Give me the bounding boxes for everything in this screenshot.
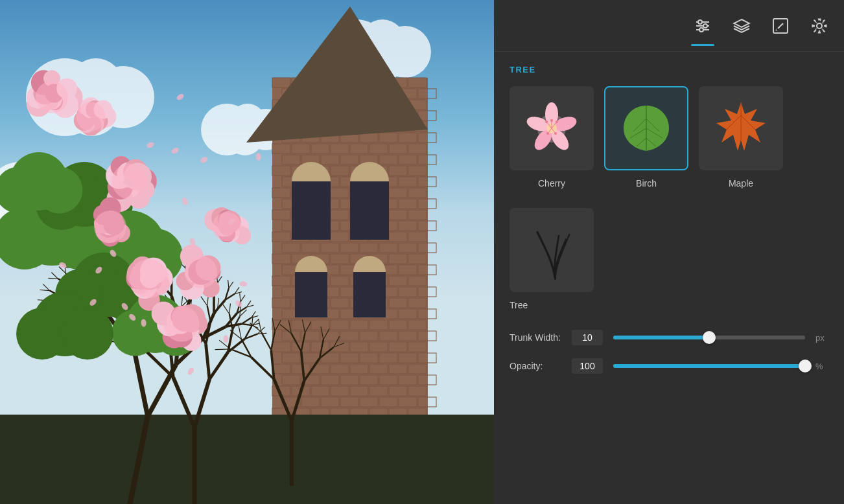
opacity-slider[interactable] — [613, 364, 805, 368]
trunk-width-row: Trunk Width: px — [510, 330, 828, 345]
svg-point-22 — [545, 120, 548, 123]
opacity-thumb[interactable] — [799, 360, 812, 372]
opacity-row: Opacity: % — [510, 358, 828, 374]
tree-type-grid: Cherry — [510, 86, 828, 189]
svg-point-4 — [703, 24, 707, 28]
svg-text:+: + — [775, 27, 778, 33]
svg-point-26 — [546, 132, 549, 135]
svg-rect-39 — [516, 214, 587, 286]
brush-label: Tree — [510, 300, 528, 310]
trunk-width-thumb[interactable] — [703, 331, 716, 344]
maple-card[interactable] — [699, 86, 783, 170]
tree-type-cherry[interactable]: Cherry — [510, 86, 594, 189]
svg-point-24 — [556, 120, 558, 123]
brush-preview-card — [510, 208, 594, 292]
svg-point-3 — [698, 20, 702, 24]
trunk-width-value[interactable] — [572, 330, 603, 345]
cherry-card[interactable] — [510, 86, 594, 170]
maple-label: Maple — [729, 178, 753, 189]
tree-type-birch[interactable]: Birch — [604, 86, 688, 189]
section-title: TREE — [510, 65, 828, 74]
trunk-width-unit: px — [815, 333, 828, 343]
panel-content: TREE — [494, 52, 844, 504]
svg-point-28 — [554, 132, 557, 135]
adjustments-icon[interactable] — [691, 14, 714, 38]
trunk-width-fill — [613, 336, 709, 339]
opacity-label: Opacity: — [510, 361, 561, 371]
brush-preview-section: Tree — [510, 208, 828, 310]
svg-marker-6 — [734, 19, 749, 27]
layers-icon[interactable] — [730, 14, 753, 38]
trunk-width-label: Trunk Width: — [510, 332, 561, 343]
opacity-unit: % — [815, 361, 828, 371]
trunk-width-slider[interactable] — [613, 336, 805, 339]
birch-label: Birch — [636, 178, 657, 189]
right-panel: + - TREE — [494, 0, 844, 504]
cherry-label: Cherry — [538, 178, 565, 189]
opacity-fill — [613, 364, 805, 368]
opacity-value[interactable] — [572, 358, 603, 374]
birch-card[interactable] — [604, 86, 688, 170]
exposure-icon[interactable]: + - — [769, 14, 792, 38]
image-canvas[interactable] — [0, 0, 494, 504]
svg-text:-: - — [782, 21, 784, 27]
toolbar: + - — [494, 0, 844, 52]
svg-point-5 — [699, 28, 703, 32]
svg-point-11 — [817, 23, 822, 29]
svg-point-20 — [550, 119, 553, 122]
tree-type-maple[interactable]: Maple — [699, 86, 783, 189]
sliders-section: Trunk Width: px Opacity: % — [510, 330, 828, 374]
settings-icon[interactable] — [808, 14, 831, 38]
